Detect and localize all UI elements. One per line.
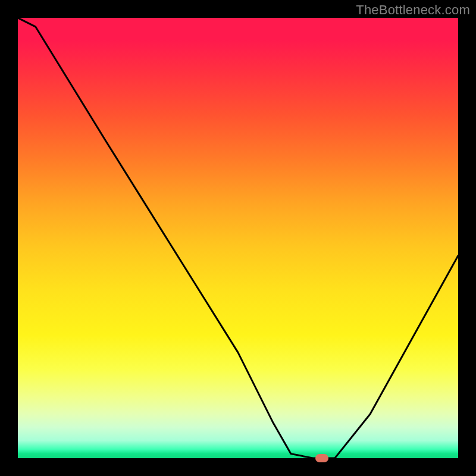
optimal-point-marker <box>315 454 328 462</box>
watermark-text: TheBottleneck.com <box>356 2 470 18</box>
bottleneck-curve <box>18 18 458 458</box>
plot-area <box>18 18 458 458</box>
chart-frame: TheBottleneck.com <box>0 0 476 476</box>
